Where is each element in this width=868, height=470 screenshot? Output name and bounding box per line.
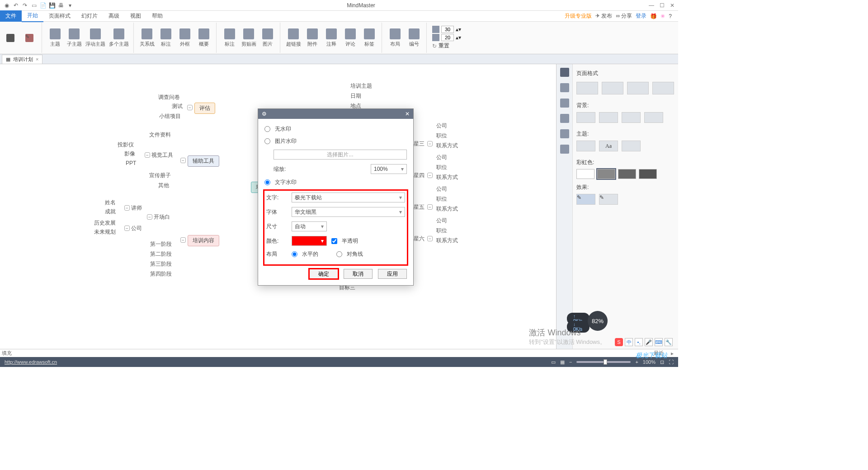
node-aux-m1[interactable]: 其他 (158, 182, 169, 189)
node-week-0[interactable]: 星三 (414, 140, 425, 148)
menu-tab-pagestyle[interactable]: 页面样式 (43, 10, 76, 22)
qat-open-icon[interactable]: 📄 (40, 2, 46, 9)
node-aux[interactable]: 辅助工具 (188, 155, 219, 167)
toggle-week-2[interactable]: − (427, 204, 433, 210)
tool-grid-icon[interactable] (560, 129, 569, 138)
swirl-icon[interactable]: ✳ (660, 13, 665, 19)
node-w0-c0[interactable]: 公司 (436, 122, 447, 130)
bg-preset-2[interactable] (599, 112, 618, 123)
ime-mic-icon[interactable]: 🎤 (645, 338, 653, 346)
tool-outline-icon[interactable] (560, 83, 569, 92)
effect-2[interactable]: ✎ (599, 194, 618, 205)
upgrade-link[interactable]: 升级专业版 (565, 12, 592, 20)
menu-tab-slides[interactable]: 幻灯片 (76, 10, 103, 22)
qat-new-icon[interactable]: ▭ (31, 2, 37, 9)
node-open-c1[interactable]: 公司 (131, 225, 142, 232)
node-w3-c0[interactable]: 公司 (436, 217, 447, 225)
gift-icon[interactable]: 🎁 (650, 13, 657, 19)
tag-button[interactable]: 标签 (362, 28, 377, 47)
zoom-select[interactable]: 100%▾ (371, 164, 407, 174)
publish-link[interactable]: ✈ 发布 (595, 12, 612, 20)
toggle-week-0[interactable]: − (427, 141, 433, 146)
toggle-eval[interactable]: − (187, 105, 193, 110)
effect-1[interactable]: ✎ (576, 194, 595, 205)
node-vis-c0[interactable]: 影像 (124, 150, 135, 158)
rainbow-2[interactable] (597, 169, 615, 179)
tool-star-icon[interactable] (560, 114, 569, 123)
node-w0-c2[interactable]: 联系方式 (436, 142, 458, 150)
radio-image-watermark[interactable] (264, 138, 270, 144)
apply-button[interactable]: 应用 (378, 269, 407, 279)
close-button[interactable]: ✕ (670, 2, 675, 9)
node-w1-c1[interactable]: 职位 (436, 164, 447, 171)
node-phase-0[interactable]: 第一阶段 (150, 240, 172, 248)
menu-tab-start[interactable]: 开始 (22, 10, 43, 22)
node-w2-c1[interactable]: 职位 (436, 195, 447, 203)
layout-button[interactable]: 布局 (387, 28, 403, 47)
theme-preset-2[interactable]: Aa (599, 141, 618, 151)
comment-button[interactable]: 评论 (343, 28, 358, 47)
node-top-1[interactable]: 日期 (350, 92, 361, 100)
toggle-company[interactable]: − (124, 226, 130, 231)
layout-preset-4[interactable] (652, 82, 674, 94)
bg-preset-4[interactable] (644, 112, 663, 123)
node-lect-c0[interactable]: 姓名 (105, 199, 116, 207)
node-phase-2[interactable]: 第三阶段 (150, 260, 172, 268)
size-select[interactable]: 自动▾ (292, 221, 327, 231)
node-week-2[interactable]: 星五 (414, 203, 425, 211)
node-aux-c0[interactable]: 文件资料 (149, 131, 171, 139)
qat-globe-icon[interactable]: ◉ (4, 2, 10, 9)
document-tab[interactable]: ▦ 培训计划 × (2, 55, 42, 64)
node-open[interactable]: 开场白 (154, 213, 170, 221)
toggle-open[interactable]: − (147, 214, 152, 220)
node-aux-c1[interactable]: 投影仪 (118, 141, 134, 149)
node-eval-c1[interactable]: 测试 (172, 103, 183, 110)
menu-tab-advanced[interactable]: 高级 (103, 10, 125, 22)
toggle-aux-vis[interactable]: − (145, 152, 150, 158)
height-stepper[interactable]: ▴▾ (456, 34, 461, 41)
node-top-0[interactable]: 培训主题 (350, 82, 372, 90)
note-button[interactable]: 注释 (324, 28, 339, 47)
toggle-week-1[interactable]: − (427, 173, 433, 178)
node-comp-c1[interactable]: 未来规划 (94, 228, 116, 236)
bg-preset-3[interactable] (622, 112, 641, 123)
maximize-button[interactable]: ☐ (660, 2, 665, 9)
tool-phone-icon[interactable] (560, 145, 569, 154)
layout-preset-3[interactable] (627, 82, 649, 94)
zoom-in[interactable]: + (635, 359, 638, 365)
zoom-out[interactable]: − (569, 359, 572, 365)
node-w1-c2[interactable]: 联系方式 (436, 174, 458, 181)
node-aux-vis[interactable]: 视觉工具 (151, 151, 173, 159)
node-w3-c2[interactable]: 联系方式 (436, 237, 458, 244)
menu-tab-view[interactable]: 视图 (125, 10, 146, 22)
node-open-c0[interactable]: 讲师 (131, 204, 142, 212)
fullscreen-button[interactable]: ⛶ (669, 359, 674, 365)
toggle-content[interactable]: − (180, 237, 186, 243)
cut-button[interactable]: ✂ (3, 34, 18, 42)
format-painter-button[interactable]: ✎ (22, 34, 37, 42)
node-eval-c2[interactable]: 小组项目 (159, 113, 181, 120)
palette-more[interactable]: ▸ (668, 350, 676, 357)
status-icon-1[interactable]: ▭ (551, 359, 556, 365)
ok-button[interactable]: 确定 (309, 269, 338, 279)
qat-print-icon[interactable]: 🖶 (58, 2, 64, 9)
width-stepper[interactable]: ▴▾ (456, 26, 461, 33)
node-w1-c0[interactable]: 公司 (436, 154, 447, 161)
ime-keyboard-icon[interactable]: ⌨ (655, 338, 663, 346)
node-week-3[interactable]: 星六 (414, 235, 425, 243)
status-icon-2[interactable]: ▦ (560, 359, 565, 365)
node-aux-m0[interactable]: 宣传册子 (149, 172, 171, 179)
menu-tab-help[interactable]: 帮助 (146, 10, 168, 22)
theme-preset-1[interactable] (576, 141, 595, 151)
rainbow-4[interactable] (639, 169, 657, 179)
node-content[interactable]: 培训内容 (188, 235, 219, 246)
share-link[interactable]: ∞ 分享 (616, 12, 632, 20)
font-select[interactable]: 华文细黑▾ (292, 207, 405, 217)
minimize-button[interactable]: — (649, 2, 654, 9)
node-phase-3[interactable]: 第四阶段 (150, 270, 172, 278)
menu-file[interactable]: 文件 (0, 10, 22, 22)
toggle-lecturer[interactable]: − (124, 205, 130, 211)
relationship-button[interactable]: 关系线 (139, 28, 155, 47)
toggle-aux[interactable]: − (180, 158, 186, 163)
floating-topic-button[interactable]: 浮动主题 (85, 28, 105, 47)
